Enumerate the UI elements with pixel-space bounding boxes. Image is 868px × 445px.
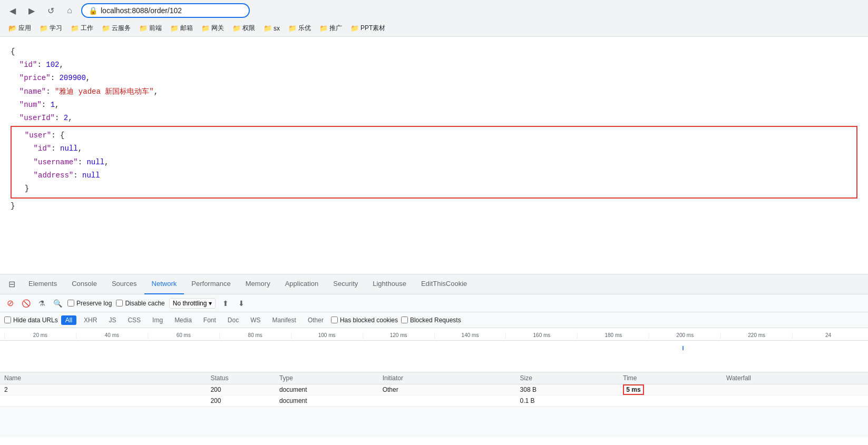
filter-media-button[interactable]: Media — [170, 315, 196, 325]
timeline-mark-200: 200 ms — [649, 332, 720, 339]
nav-bar: ◀ ▶ ↺ ⌂ 🔒 — [0, 0, 868, 21]
home-button[interactable]: ⌂ — [62, 3, 77, 18]
time-badge: 5 ms — [623, 384, 643, 395]
bookmark-leyou[interactable]: 📁 乐优 — [285, 22, 314, 34]
reload-button[interactable]: ↺ — [43, 3, 58, 18]
bookmark-study[interactable]: 📁 学习 — [36, 22, 65, 34]
tab-security[interactable]: Security — [326, 274, 365, 294]
disable-cache-checkbox[interactable]: Disable cache — [116, 300, 164, 307]
filter-other-button[interactable]: Other — [304, 315, 328, 325]
home-icon: ⌂ — [67, 6, 72, 15]
bookmark-auth[interactable]: 📁 权限 — [229, 22, 258, 34]
network-toolbar: ⊘ 🚫 ⚗ 🔍 Preserve log Disable cache No th… — [0, 294, 868, 312]
filter-bar: Hide data URLs All XHR JS CSS Img Media … — [0, 312, 868, 328]
chevron-down-icon: ▾ — [209, 300, 212, 307]
filter-doc-button[interactable]: Doc — [223, 315, 243, 325]
row1-initiator: Other — [383, 386, 520, 393]
bookmark-sx[interactable]: 📁 sx — [260, 23, 283, 34]
tab-memory[interactable]: Memory — [238, 274, 278, 294]
filter-button[interactable]: ⚗ — [36, 298, 47, 309]
filter-icon: ⚗ — [38, 299, 45, 308]
page-content: { "id": 102, "price": 209900, "name": "雅… — [0, 37, 868, 274]
bookmark-frontend-label: 前端 — [149, 24, 162, 33]
devtools-panel: ⊟ Elements Console Sources Network Perfo… — [0, 274, 868, 437]
filter-js-button[interactable]: JS — [104, 315, 120, 325]
blocked-requests-label: Blocked Requests — [410, 317, 461, 324]
tab-application-label: Application — [285, 280, 319, 288]
network-row-1[interactable]: 2 200 document Other 308 B 5 ms — [0, 384, 868, 395]
blocked-requests-checkbox[interactable]: Blocked Requests — [401, 317, 461, 324]
timeline-mark-160: 160 ms — [505, 332, 577, 339]
stop-recording-button[interactable]: ⊘ — [4, 298, 16, 309]
bookmark-apps[interactable]: 📂 应用 — [5, 22, 34, 34]
json-content: { "id": 102, "price": 209900, "name": "雅… — [11, 45, 857, 213]
search-network-icon: 🔍 — [53, 299, 62, 308]
tab-console-label: Console — [72, 280, 97, 288]
back-button[interactable]: ◀ — [5, 3, 20, 18]
bookmark-promote-label: 推广 — [329, 24, 342, 33]
bookmark-work[interactable]: 📁 工作 — [67, 22, 96, 34]
preserve-log-checkbox[interactable]: Preserve log — [67, 300, 112, 307]
export-button[interactable]: ⬇ — [236, 298, 247, 309]
stop-recording-icon: ⊘ — [7, 298, 14, 308]
row2-size: 0.1 B — [520, 397, 623, 404]
filter-font-button[interactable]: Font — [199, 315, 220, 325]
bookmark-gateway[interactable]: 📁 网关 — [198, 22, 227, 34]
timeline-mark-180: 180 ms — [577, 332, 649, 339]
tab-performance[interactable]: Performance — [184, 274, 238, 294]
bookmark-folder-icon: 📁 — [350, 24, 359, 32]
network-row-2[interactable]: 200 document 0.1 B — [0, 395, 868, 407]
bookmark-ppt[interactable]: 📁 PPT素材 — [347, 22, 388, 34]
bookmark-promote[interactable]: 📁 推广 — [316, 22, 345, 34]
tab-sources[interactable]: Sources — [104, 274, 144, 294]
tab-elements[interactable]: Elements — [21, 274, 64, 294]
tab-console[interactable]: Console — [64, 274, 104, 294]
timeline-area — [0, 341, 868, 372]
bookmark-frontend[interactable]: 📁 前端 — [136, 22, 165, 34]
bookmark-folder-icon: 📁 — [71, 24, 79, 32]
clear-button[interactable]: 🚫 — [20, 298, 32, 309]
timeline-mark-80: 80 ms — [219, 332, 291, 339]
row2-type: document — [279, 397, 383, 404]
tab-application[interactable]: Application — [278, 274, 326, 294]
tab-editthiscookie[interactable]: EditThisCookie — [414, 274, 474, 294]
import-icon: ⬆ — [222, 299, 229, 308]
url-input[interactable] — [101, 6, 227, 15]
clear-icon: 🚫 — [22, 299, 31, 308]
filter-all-button[interactable]: All — [61, 315, 76, 325]
search-network-button[interactable]: 🔍 — [52, 298, 63, 309]
bookmark-cloud[interactable]: 📁 云服务 — [99, 22, 134, 34]
tab-lighthouse[interactable]: Lighthouse — [365, 274, 414, 294]
filter-manifest-button[interactable]: Manifest — [268, 315, 300, 325]
bookmark-mail[interactable]: 📁 邮箱 — [167, 22, 196, 34]
filter-ws-button[interactable]: WS — [246, 315, 265, 325]
bookmark-auth-label: 权限 — [242, 24, 255, 33]
bookmark-folder-icon: 📁 — [102, 24, 110, 32]
col-header-waterfall: Waterfall — [726, 374, 864, 382]
has-blocked-cookies-label: Has blocked cookies — [340, 317, 398, 324]
tab-memory-label: Memory — [246, 280, 270, 288]
devtools-toggle-button[interactable]: ⊟ — [4, 277, 19, 292]
bookmark-apps-label: 应用 — [18, 24, 31, 33]
tab-sources-label: Sources — [112, 280, 137, 288]
col-header-time: Time — [623, 374, 726, 382]
tab-network[interactable]: Network — [144, 274, 184, 294]
preserve-log-label: Preserve log — [76, 300, 112, 307]
has-blocked-cookies-checkbox[interactable]: Has blocked cookies — [331, 317, 398, 324]
forward-button[interactable]: ▶ — [24, 3, 39, 18]
row1-status: 200 — [210, 386, 279, 393]
network-table-header: Name Status Type Initiator Size Time Wat… — [0, 372, 868, 384]
throttle-select[interactable]: No throttling ▾ — [169, 298, 216, 309]
bookmark-folder-icon: 📁 — [288, 24, 297, 32]
filter-img-button[interactable]: Img — [148, 315, 167, 325]
row1-time: 5 ms — [623, 386, 726, 393]
address-bar[interactable]: 🔒 — [81, 3, 250, 18]
hide-data-urls-checkbox[interactable]: Hide data URLs — [4, 317, 58, 324]
filter-xhr-button[interactable]: XHR — [80, 315, 101, 325]
tab-security-label: Security — [333, 280, 358, 288]
filter-css-button[interactable]: CSS — [123, 315, 145, 325]
tab-lighthouse-label: Lighthouse — [373, 280, 406, 288]
bookmark-sx-label: sx — [274, 25, 280, 32]
import-button[interactable]: ⬆ — [220, 298, 231, 309]
browser-chrome: ◀ ▶ ↺ ⌂ 🔒 📂 应用 📁 学习 📁 工作 📁 云服务 — [0, 0, 868, 37]
